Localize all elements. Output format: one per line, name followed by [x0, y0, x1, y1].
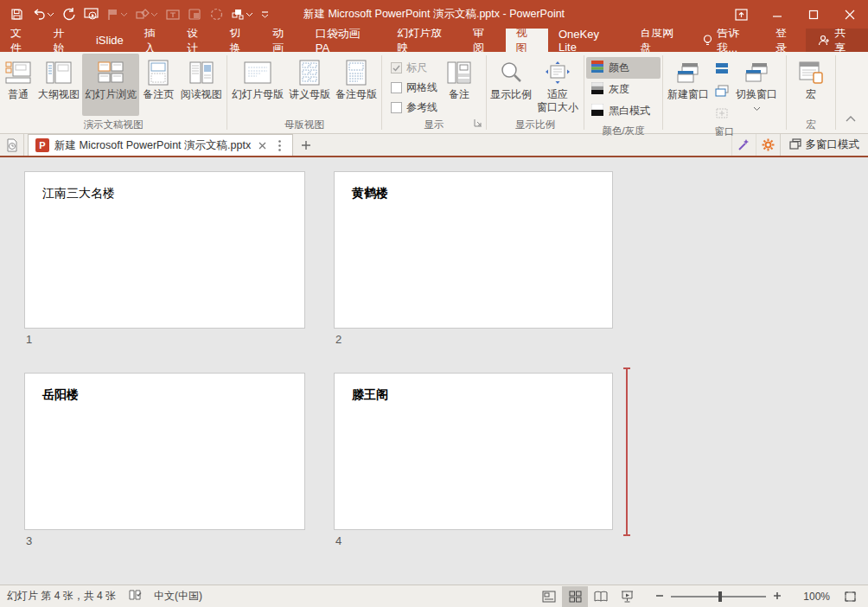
pointer-options-button[interactable]	[104, 6, 131, 23]
shapes-button[interactable]	[132, 6, 161, 23]
outline-view-button[interactable]: 大纲视图	[35, 54, 83, 116]
fit-to-window-button[interactable]: 适应 窗口大小	[533, 54, 582, 116]
statusbar-slideshow-button[interactable]	[614, 586, 640, 607]
menu-right-area: 告诉我... 登录 共享	[694, 29, 868, 52]
slide-thumbnail-3[interactable]: 岳阳楼	[24, 373, 305, 530]
new-window-button[interactable]: 新建窗口	[665, 54, 712, 116]
zoom-in-button[interactable]	[773, 591, 782, 603]
statusbar-normal-view-button[interactable]	[536, 586, 562, 607]
tab-onekey-lite[interactable]: OneKey Lite	[548, 29, 629, 52]
tab-home[interactable]: 开始	[42, 29, 85, 52]
fit-slide-to-window-button[interactable]	[837, 586, 863, 607]
undo-button[interactable]	[29, 6, 57, 23]
black-white-mode-button[interactable]: 黑白模式	[586, 100, 661, 122]
slide-sorter-pane[interactable]: 江南三大名楼 1 黄鹤楼 2 岳阳楼 3 滕王阁 4	[0, 157, 868, 585]
collapse-ribbon-button[interactable]	[846, 112, 856, 125]
document-tab[interactable]: P 新建 Microsoft PowerPoint 演示文稿.pptx	[28, 134, 293, 156]
gridlines-checkbox[interactable]: 网格线	[391, 80, 437, 95]
group-color-grayscale: 颜色 灰度 黑白模式 颜色/灰度	[584, 52, 662, 133]
document-tab-close-icon[interactable]	[256, 142, 268, 150]
tab-pocket-animation[interactable]: 口袋动画 PA	[305, 29, 387, 52]
tab-transitions[interactable]: 切换	[220, 29, 262, 52]
color-mode-button[interactable]: 颜色	[586, 57, 661, 79]
zoom-percentage[interactable]: 100%	[790, 591, 830, 603]
slide-thumbnail-4[interactable]: 滕王阁	[334, 373, 613, 530]
tab-animations[interactable]: 动画	[262, 29, 304, 52]
multi-window-mode-button[interactable]: 多窗口模式	[780, 134, 868, 156]
cascade-windows-button[interactable]	[712, 81, 732, 100]
slide-3-number: 3	[26, 534, 32, 547]
arrange-all-button[interactable]	[712, 59, 732, 78]
statusbar-reading-view-button[interactable]	[588, 586, 614, 607]
group-label-macros: 宏	[788, 116, 833, 135]
slide-counter[interactable]: 幻灯片 第 4 张，共 4 张	[7, 589, 116, 604]
redo-button[interactable]	[59, 5, 79, 23]
tab-file[interactable]: 文件	[0, 29, 42, 52]
ribbon-display-options-button[interactable]	[723, 0, 759, 29]
notes-page-button[interactable]: 备注页	[139, 54, 177, 116]
statusbar-slide-sorter-button[interactable]	[562, 586, 588, 607]
switch-windows-label: 切换窗口	[736, 88, 777, 101]
animation-button[interactable]	[207, 5, 227, 23]
normal-view-button[interactable]: 普通	[2, 54, 35, 116]
show-dialog-launcher[interactable]	[474, 118, 482, 130]
spell-check-button[interactable]	[128, 589, 142, 604]
slide-thumbnail-2[interactable]: 黄鹤楼	[334, 171, 613, 329]
window-controls	[723, 0, 868, 29]
sign-in-button[interactable]: 登录	[767, 29, 806, 52]
reading-view-button[interactable]: 阅读视图	[177, 54, 225, 116]
pointer-options-icon	[107, 9, 119, 21]
share-person-icon	[818, 35, 830, 47]
slide-3-title: 岳阳楼	[42, 387, 79, 403]
document-tab-menu-icon[interactable]	[273, 140, 285, 151]
minimize-button[interactable]	[759, 0, 795, 29]
slide-thumbnail-1[interactable]: 江南三大名楼	[24, 171, 305, 329]
slide-sorter-button[interactable]: 幻灯片浏览	[82, 54, 139, 116]
arrange-objects-button[interactable]	[228, 6, 256, 23]
tab-design[interactable]: 设计	[176, 29, 219, 52]
grayscale-mode-button[interactable]: 灰度	[586, 79, 661, 100]
notes-button[interactable]: 备注	[441, 54, 477, 116]
switch-windows-button[interactable]: 切换窗口	[732, 54, 781, 116]
zoom-control	[655, 591, 782, 603]
text-box-button[interactable]	[163, 6, 183, 23]
ruler-checkbox[interactable]: 标尺	[391, 61, 437, 75]
zoom-button-label: 显示比例	[490, 88, 532, 101]
customize-qat-button[interactable]	[258, 8, 272, 21]
reading-view-label: 阅读视图	[181, 88, 222, 101]
zoom-out-button[interactable]	[655, 591, 664, 603]
slide-master-button[interactable]: 幻灯片母版	[229, 54, 286, 116]
group-label-presentation-views: 演示文稿视图	[2, 116, 225, 135]
new-window-label: 新建窗口	[667, 88, 709, 101]
macros-button[interactable]: 宏	[792, 54, 830, 116]
zoom-slider-thumb[interactable]	[718, 591, 722, 602]
ribbon-display-options-icon	[735, 9, 748, 21]
pointer-options-dropdown-icon	[121, 12, 127, 16]
new-tab-button[interactable]	[293, 134, 319, 156]
close-button[interactable]	[832, 0, 868, 29]
group-zoom: 显示比例 适应 窗口大小 显示比例	[487, 52, 584, 133]
tab-islide[interactable]: iSlide	[86, 29, 134, 52]
start-slideshow-button[interactable]	[80, 5, 102, 23]
ribbon: 普通 大纲视图 幻灯片浏览 备注页 阅读视图	[0, 52, 868, 134]
share-button[interactable]: 共享	[806, 29, 868, 52]
session-manager-button[interactable]	[0, 134, 24, 156]
tab-view[interactable]: 视图	[506, 29, 548, 52]
maximize-button[interactable]	[795, 0, 832, 29]
tab-baidu-netdisk[interactable]: 百度网盘	[629, 29, 694, 52]
tab-insert[interactable]: 插入	[134, 29, 176, 52]
language-indicator[interactable]: 中文(中国)	[154, 589, 202, 604]
tab-review[interactable]: 审阅	[463, 29, 505, 52]
slide-layout-button[interactable]	[185, 6, 205, 23]
move-split-icon	[715, 107, 729, 119]
notes-master-button[interactable]: 备注母版	[333, 54, 380, 116]
zoom-button[interactable]: 显示比例	[488, 54, 533, 116]
save-button[interactable]	[7, 5, 27, 23]
show-checkboxes: 标尺 网格线 参考线	[384, 54, 441, 115]
handout-master-button[interactable]: 讲义母版	[286, 54, 333, 116]
move-split-button[interactable]	[712, 104, 732, 123]
tell-me-button[interactable]: 告诉我...	[694, 29, 767, 52]
guides-checkbox[interactable]: 参考线	[391, 100, 437, 115]
zoom-slider[interactable]	[671, 596, 766, 597]
tab-slide-show[interactable]: 幻灯片放映	[386, 29, 463, 52]
